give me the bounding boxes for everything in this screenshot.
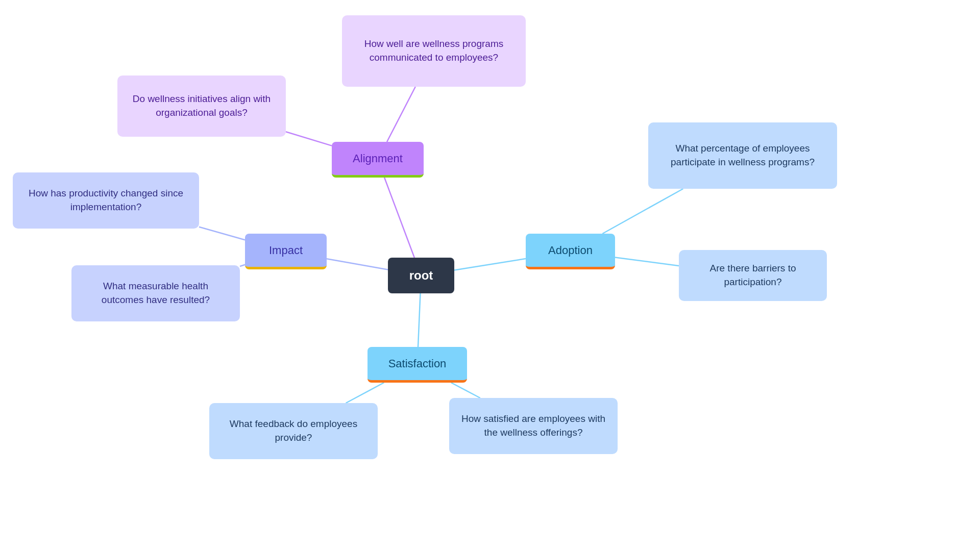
impact-q1-text: How has productivity changed since imple… [24, 187, 188, 214]
adoption-node[interactable]: Adoption [526, 234, 615, 269]
align-q2-bubble[interactable]: How well are wellness programs communica… [342, 15, 526, 87]
satisfaction-q1-bubble[interactable]: What feedback do employees provide? [209, 403, 378, 459]
root-label: root [409, 268, 433, 283]
svg-line-3 [240, 265, 245, 266]
adoption-q2-bubble[interactable]: Are there barriers to participation? [679, 250, 827, 301]
adoption-label: Adoption [548, 244, 593, 257]
impact-q1-bubble[interactable]: How has productivity changed since imple… [13, 172, 199, 229]
svg-line-1 [387, 87, 415, 142]
svg-line-6 [346, 383, 384, 403]
impact-node[interactable]: Impact [245, 234, 327, 269]
satisfaction-q1-text: What feedback do employees provide? [220, 417, 366, 444]
svg-line-4 [602, 189, 683, 234]
adoption-q1-text: What percentage of employees participate… [659, 142, 826, 169]
impact-q2-bubble[interactable]: What measurable health outcomes have res… [71, 265, 240, 321]
satisfaction-q2-text: How satisfied are employees with the wel… [460, 412, 606, 439]
alignment-label: Alignment [353, 152, 403, 165]
align-q1-text: Do wellness initiatives align with organ… [129, 92, 275, 119]
svg-line-2 [199, 227, 245, 240]
adoption-q1-bubble[interactable]: What percentage of employees participate… [648, 122, 837, 189]
align-q2-text: How well are wellness programs communica… [353, 37, 514, 64]
satisfaction-q2-bubble[interactable]: How satisfied are employees with the wel… [449, 398, 618, 454]
align-q1-bubble[interactable]: Do wellness initiatives align with organ… [117, 76, 286, 137]
satisfaction-label: Satisfaction [388, 357, 447, 370]
svg-line-5 [615, 258, 679, 266]
svg-line-7 [451, 383, 480, 398]
impact-q2-text: What measurable health outcomes have res… [83, 280, 229, 307]
satisfaction-node[interactable]: Satisfaction [368, 347, 467, 383]
alignment-node[interactable]: Alignment [332, 142, 424, 178]
adoption-q2-text: Are there barriers to participation? [690, 262, 816, 289]
svg-line-0 [286, 132, 332, 145]
root-node[interactable]: root [388, 258, 454, 293]
impact-label: Impact [269, 244, 303, 257]
